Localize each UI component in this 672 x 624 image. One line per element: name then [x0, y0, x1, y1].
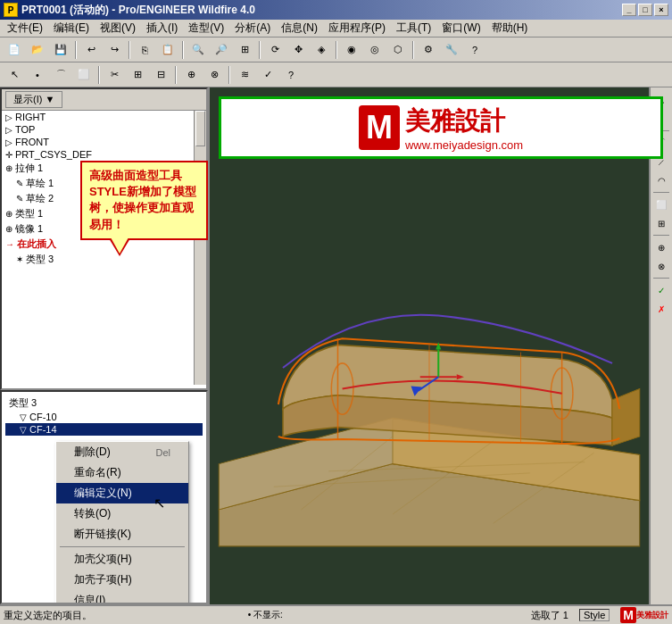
status-select-text: 选取了 1 — [531, 609, 568, 622]
toolbar2-break[interactable]: ⊗ — [203, 65, 225, 85]
3d-viewport-svg — [210, 168, 649, 604]
tree-scrollbar-top[interactable] — [194, 111, 206, 385]
toolbar-hide[interactable]: ◎ — [364, 40, 386, 60]
menu-insert[interactable]: 插入(I) — [141, 20, 183, 37]
title-bar: P PRT0001 (活动的) - Pro/ENGINEER Wildfire … — [0, 0, 672, 20]
toolbar2-check[interactable]: ✓ — [257, 65, 278, 85]
tree-item-front[interactable]: ▷ FRONT — [2, 136, 206, 148]
ctx-unlink[interactable]: 断开链接(K) — [56, 524, 188, 545]
right-viewport[interactable]: M 美雅設計 www.meiyadesign.com — [210, 87, 672, 604]
rt-break[interactable]: ⊗ — [651, 257, 671, 275]
tree-bottom-cf10[interactable]: ▽ CF-10 — [5, 411, 203, 423]
ctx-info[interactable]: 信息(I) — [56, 590, 188, 604]
rt-sep2 — [653, 192, 669, 193]
ctx-convert[interactable]: 转换(O) — [56, 503, 188, 524]
ctx-redefine-label: 编辑定义(N) — [74, 486, 132, 501]
toolbar-extra2[interactable]: 🔧 — [441, 40, 462, 60]
toolbar-redo[interactable]: ↪ — [104, 40, 125, 60]
menu-tools[interactable]: 工具(T) — [391, 20, 436, 37]
tree-item-right[interactable]: ▷ RIGHT — [2, 111, 206, 123]
tree-item-type3-star[interactable]: ✶ 类型 3 — [2, 252, 206, 267]
menu-style[interactable]: 造型(V) — [183, 20, 229, 37]
menu-window[interactable]: 窗口(W) — [436, 20, 485, 37]
toolbar-sep-1 — [75, 41, 77, 59]
tree-item-csys[interactable]: ✛ PRT_CSYS_DEF — [2, 148, 206, 161]
ctx-delete-shortcut: Del — [155, 447, 170, 458]
menu-help[interactable]: 帮助(H) — [486, 20, 534, 37]
status-logo-m: M — [620, 607, 636, 623]
toolbar2-curve[interactable]: ⌒ — [50, 65, 71, 85]
toolbar-fit[interactable]: ⊞ — [234, 40, 255, 60]
csys-icon: ✛ — [5, 150, 12, 160]
ctx-delete[interactable]: 删除(D) Del — [56, 442, 188, 462]
ctx-rename-label: 重命名(R) — [74, 465, 121, 480]
ctx-unlink-label: 断开链接(K) — [74, 527, 131, 542]
tree-bottom-cf14[interactable]: ▽ CF-14 — [5, 423, 203, 436]
rt-mesh[interactable]: ⊞ — [651, 214, 671, 232]
status-logo-text: 美雅設計 — [636, 610, 668, 621]
toolbar-paste[interactable]: 📋 — [157, 40, 178, 60]
logo-overlay: M 美雅設計 www.meiyadesign.com — [219, 96, 663, 159]
menu-apps[interactable]: 应用程序(P) — [323, 20, 391, 37]
toolbar2-select[interactable]: ↖ — [4, 65, 25, 85]
tree-bottom-type3[interactable]: 类型 3 — [5, 395, 203, 411]
toolbar-sep-6 — [412, 41, 414, 59]
menu-info[interactable]: 信息(N) — [276, 20, 323, 37]
left-panel: 显示(I) ▼ ▷ RIGHT ▷ TOP ▷ FRONT ✛ PRT_CSYS… — [0, 87, 210, 604]
toolbar2-edit3[interactable]: ⊟ — [150, 65, 171, 85]
toolbar2-analysis[interactable]: ≋ — [234, 65, 255, 85]
toolbar-copy[interactable]: ⎘ — [134, 40, 155, 60]
sketch-icon-1: ✎ — [16, 179, 23, 188]
ctx-redefine[interactable]: 编辑定义(N) — [56, 483, 188, 503]
type3-label: 类型 3 — [9, 396, 37, 410]
right-toolbar: ↖ • ⌒ ⟋ ◠ ⬜ ⊞ ⊕ ⊗ ✓ ✗ — [649, 87, 672, 604]
toolbar-new[interactable]: 📄 — [4, 40, 25, 60]
toolbar-zoom-out[interactable]: 🔎 — [211, 40, 232, 60]
tree-display-button[interactable]: 显示(I) ▼ — [5, 91, 62, 108]
tree-item-top[interactable]: ▷ TOP — [2, 123, 206, 136]
toolbar2-surf[interactable]: ⬜ — [73, 65, 95, 85]
menu-edit[interactable]: 编辑(E) — [48, 20, 95, 37]
toolbar2-question[interactable]: ? — [280, 65, 302, 85]
svg-marker-17 — [436, 342, 441, 349]
toolbar-open[interactable]: 📂 — [27, 40, 48, 60]
rt-cancel[interactable]: ✗ — [651, 300, 671, 318]
toolbar-3d[interactable]: ◈ — [311, 40, 332, 60]
plane-icon: ▷ — [5, 112, 12, 122]
maximize-button[interactable]: □ — [638, 4, 652, 16]
toolbar-extra1[interactable]: ⚙ — [418, 40, 439, 60]
toolbar-save[interactable]: 💾 — [50, 40, 71, 60]
toolbar-wire[interactable]: ⬡ — [387, 40, 409, 60]
rt-arc[interactable]: ◠ — [651, 171, 671, 189]
toolbar-help-btn[interactable]: ? — [464, 40, 485, 60]
toolbar2-edit1[interactable]: ✂ — [104, 65, 125, 85]
toolbar2-edit2[interactable]: ⊞ — [127, 65, 148, 85]
status-mode-text: Style — [579, 609, 610, 621]
ctx-child-shell[interactable]: 加壳子项(H) — [56, 570, 188, 590]
mirror-icon: ⊕ — [5, 224, 12, 234]
menu-analysis[interactable]: 分析(A) — [229, 20, 276, 37]
rt-check[interactable]: ✓ — [651, 281, 671, 299]
tooltip-balloon: 高级曲面造型工具STYLE新增加了模型树，使操作更加直观易用！ — [80, 161, 208, 240]
rt-connect[interactable]: ⊕ — [651, 238, 671, 256]
ctx-rename[interactable]: 重命名(R) — [56, 462, 188, 483]
toolbar-pan[interactable]: ✥ — [287, 40, 309, 60]
close-button[interactable]: × — [654, 4, 668, 16]
plane-icon-top: ▷ — [5, 125, 12, 135]
toolbar2-pts[interactable]: • — [27, 65, 48, 85]
toolbar-sep-3 — [182, 41, 184, 59]
tree-item-sketch1-label: 草绘 1 — [26, 177, 54, 190]
toolbar-rotate[interactable]: ⟳ — [264, 40, 286, 60]
toolbar-undo[interactable]: ↩ — [80, 40, 102, 60]
toolbar-zoom-in[interactable]: 🔍 — [187, 40, 209, 60]
cf14-label: CF-14 — [29, 424, 57, 435]
minimize-button[interactable]: _ — [622, 4, 636, 16]
ctx-parent-shell[interactable]: 加壳父项(H) — [56, 549, 188, 570]
toolbar2-connect[interactable]: ⊕ — [180, 65, 202, 85]
toolbar-render[interactable]: ◉ — [341, 40, 362, 60]
toolbar2-sep-1 — [98, 66, 100, 84]
menu-file[interactable]: 文件(E) — [2, 20, 48, 37]
status-dot-text: • 不显示: — [248, 609, 283, 621]
rt-surf[interactable]: ⬜ — [651, 196, 671, 213]
menu-view[interactable]: 视图(V) — [95, 20, 141, 37]
